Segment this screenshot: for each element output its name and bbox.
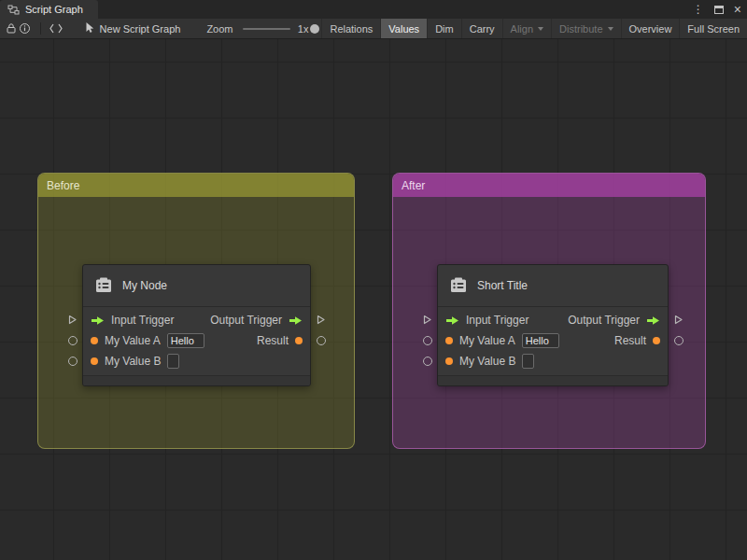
pointer-icon: [84, 21, 94, 35]
external-value-output-port[interactable]: [674, 336, 684, 345]
input-trigger-port-icon[interactable]: [445, 315, 459, 326]
window-controls: ⋮ ×: [693, 0, 741, 19]
node-footer: [83, 375, 310, 385]
node-my-node[interactable]: My Node Input Trigger Output Trigger: [82, 264, 311, 386]
input-trigger-port-icon[interactable]: [91, 315, 105, 326]
node-title: Short Title: [477, 279, 528, 292]
node-body: Input Trigger Output Trigger My Value A: [83, 307, 310, 375]
unit-icon: [448, 275, 469, 296]
value-a-port-icon[interactable]: [91, 337, 98, 344]
node-header[interactable]: Short Title: [438, 265, 668, 307]
external-value-input-port[interactable]: [68, 357, 78, 366]
maximize-icon[interactable]: [714, 6, 724, 14]
value-a-port-icon[interactable]: [445, 337, 453, 344]
lock-icon[interactable]: [5, 19, 19, 38]
value-a-row: My Value A Result: [83, 330, 310, 351]
toolbar-separator: [40, 22, 41, 35]
external-flow-input-port[interactable]: [67, 315, 78, 325]
output-trigger-label: Output Trigger: [210, 314, 282, 327]
unit-icon: [93, 275, 114, 296]
chevron-down-icon: [608, 27, 613, 31]
kebab-menu-icon[interactable]: ⋮: [693, 4, 704, 15]
graph-title-area[interactable]: New Script Graph: [84, 21, 181, 35]
value-b-input[interactable]: [167, 354, 179, 369]
align-dropdown: Align: [502, 19, 551, 38]
full-screen-button[interactable]: Full Screen: [679, 19, 747, 38]
value-a-input[interactable]: [167, 333, 204, 348]
zoom-value: 1x: [298, 23, 309, 35]
result-label: Result: [614, 334, 646, 347]
group-before-header[interactable]: Before: [38, 174, 354, 197]
close-icon[interactable]: ×: [734, 3, 741, 16]
group-after-header[interactable]: After: [393, 174, 705, 197]
value-b-port-icon[interactable]: [91, 357, 98, 365]
values-button[interactable]: Values: [380, 19, 427, 38]
value-a-row: My Value A Result: [438, 330, 668, 351]
output-trigger-port-icon[interactable]: [289, 315, 303, 326]
value-a-label: My Value A: [105, 334, 161, 347]
external-value-input-port[interactable]: [423, 357, 432, 366]
distribute-label: Distribute: [559, 23, 602, 35]
node-short-title[interactable]: Short Title Input Trigger Output Trigger: [437, 264, 669, 386]
external-value-input-port[interactable]: [68, 336, 78, 345]
node-title: My Node: [122, 279, 167, 292]
value-b-input[interactable]: [522, 354, 534, 369]
dim-button[interactable]: Dim: [427, 19, 461, 38]
zoom-slider-knob[interactable]: [310, 24, 319, 34]
code-icon[interactable]: [49, 19, 63, 38]
value-a-label: My Value A: [459, 334, 515, 347]
carry-button[interactable]: Carry: [461, 19, 502, 38]
info-icon[interactable]: [19, 19, 33, 38]
tab-script-graph[interactable]: Script Graph: [0, 0, 98, 19]
result-port-icon[interactable]: [653, 337, 660, 344]
distribute-dropdown: Distribute: [551, 19, 620, 38]
group-title: Before: [47, 179, 79, 192]
value-b-row: My Value B: [438, 351, 668, 371]
value-b-port-icon[interactable]: [445, 357, 453, 365]
output-trigger-port-icon[interactable]: [646, 315, 660, 326]
graph-name: New Script Graph: [100, 23, 181, 35]
value-a-input[interactable]: [522, 333, 559, 348]
external-flow-input-port[interactable]: [422, 315, 432, 325]
relations-button[interactable]: Relations: [321, 19, 380, 38]
value-b-label: My Value B: [105, 355, 161, 368]
group-title: After: [402, 179, 425, 192]
trigger-row: Input Trigger Output Trigger: [438, 310, 668, 330]
unity-graph-window: Script Graph ⋮ ×: [0, 0, 747, 560]
trigger-row: Input Trigger Output Trigger: [83, 310, 310, 330]
input-trigger-label: Input Trigger: [466, 314, 529, 327]
tab-bar: Script Graph ⋮ ×: [0, 0, 747, 19]
external-value-output-port[interactable]: [317, 336, 326, 345]
toolbar: New Script Graph Zoom 1x Relations Value…: [0, 19, 747, 39]
node-footer: [438, 375, 668, 385]
zoom-slider-track[interactable]: [243, 28, 290, 30]
value-b-row: My Value B: [83, 351, 310, 371]
chevron-down-icon: [538, 27, 543, 31]
tab-title: Script Graph: [25, 4, 83, 15]
node-body: Input Trigger Output Trigger My Value A: [438, 307, 668, 375]
zoom-label: Zoom: [206, 23, 233, 35]
value-b-label: My Value B: [459, 355, 515, 368]
external-flow-output-port[interactable]: [316, 315, 326, 325]
input-trigger-label: Input Trigger: [111, 314, 174, 327]
overview-button[interactable]: Overview: [621, 19, 680, 38]
result-label: Result: [257, 334, 289, 347]
graph-canvas[interactable]: Before After: [0, 39, 747, 560]
external-flow-output-port[interactable]: [673, 315, 684, 325]
zoom-slider[interactable]: [243, 23, 290, 35]
result-port-icon[interactable]: [295, 337, 303, 344]
output-trigger-label: Output Trigger: [568, 314, 640, 327]
external-value-input-port[interactable]: [423, 336, 432, 345]
node-header[interactable]: My Node: [83, 265, 310, 307]
align-label: Align: [511, 23, 533, 35]
script-graph-icon: [7, 5, 20, 15]
toolbar-buttons: Relations Values Dim Carry Align Distrib…: [321, 19, 747, 38]
